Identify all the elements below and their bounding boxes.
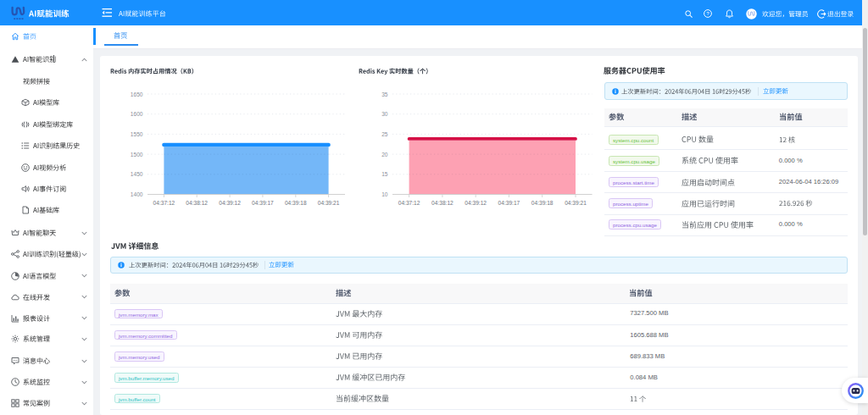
svg-text:04:39:18: 04:39:18 — [285, 200, 307, 206]
svg-text:35: 35 — [381, 91, 388, 97]
svg-text:04:39:17: 04:39:17 — [498, 200, 520, 206]
svg-text:04:39:12: 04:39:12 — [219, 200, 241, 206]
svg-text:04:39:21: 04:39:21 — [565, 200, 587, 206]
svg-text:15: 15 — [381, 171, 388, 177]
svg-text:04:37:12: 04:37:12 — [153, 200, 175, 206]
svg-text:04:39:18: 04:39:18 — [531, 200, 554, 206]
svg-text:1400: 1400 — [131, 191, 143, 197]
svg-text:1650: 1650 — [131, 91, 143, 97]
svg-text:20: 20 — [381, 152, 388, 158]
svg-text:1600: 1600 — [131, 111, 143, 117]
svg-text:04:37:12: 04:37:12 — [398, 200, 420, 206]
svg-text:10: 10 — [381, 191, 388, 197]
svg-text:04:39:12: 04:39:12 — [465, 200, 487, 206]
svg-text:30: 30 — [381, 111, 388, 117]
svg-text:1450: 1450 — [131, 171, 143, 177]
svg-text:04:39:21: 04:39:21 — [318, 200, 340, 206]
svg-text:04:38:12: 04:38:12 — [186, 200, 208, 206]
svg-text:?: ? — [706, 11, 709, 16]
svg-text:04:39:17: 04:39:17 — [252, 200, 274, 206]
svg-text:1550: 1550 — [131, 131, 143, 137]
svg-text:04:38:12: 04:38:12 — [431, 200, 453, 206]
svg-text:1500: 1500 — [131, 152, 143, 158]
svg-text:25: 25 — [381, 131, 388, 137]
